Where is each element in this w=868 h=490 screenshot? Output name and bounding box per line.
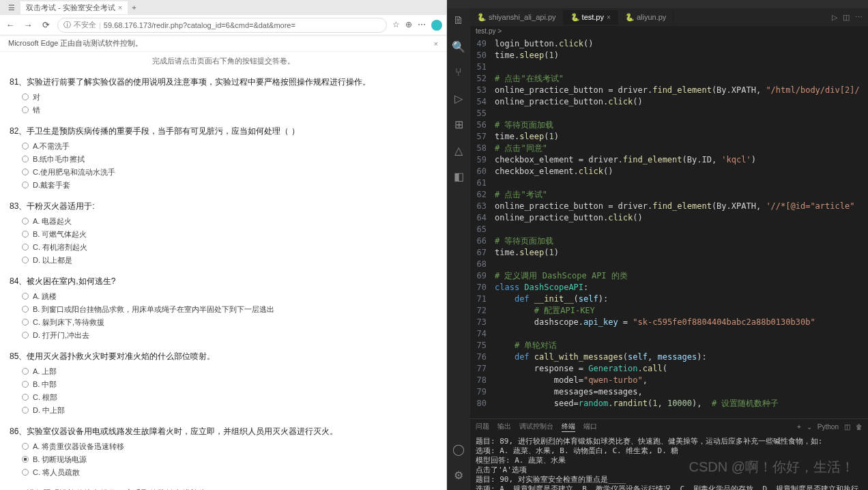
- option[interactable]: B. 中部: [22, 379, 437, 390]
- code-line[interactable]: 50time.sleep(1): [470, 50, 868, 61]
- new-tab-button[interactable]: +: [128, 2, 140, 13]
- terminal-tab[interactable]: 终端: [562, 422, 575, 432]
- star-icon[interactable]: ☆: [392, 20, 400, 31]
- editor-tab[interactable]: 🐍 test.py×: [564, 10, 618, 25]
- option[interactable]: D. 中上部: [22, 405, 437, 416]
- code-line[interactable]: 60checkbox_element.click(): [470, 166, 868, 177]
- radio-icon[interactable]: [22, 407, 29, 414]
- radio-icon[interactable]: [22, 456, 29, 463]
- close-icon[interactable]: ×: [118, 3, 122, 12]
- back-button[interactable]: ←: [4, 19, 16, 31]
- code-line[interactable]: 67time.sleep(1): [470, 247, 868, 259]
- code-line[interactable]: 69# 定义调用 DashScope API 的类: [470, 270, 868, 282]
- code-line[interactable]: 52# 点击"在线考试": [470, 73, 868, 85]
- trash-icon[interactable]: 🗑: [856, 423, 863, 431]
- account-icon[interactable]: ◯: [452, 442, 465, 456]
- radio-icon[interactable]: [22, 332, 29, 338]
- terminal-tab[interactable]: 端口: [583, 422, 597, 431]
- code-line[interactable]: 56# 等待页面加载: [470, 119, 868, 131]
- breadcrumb[interactable]: test.py >: [470, 26, 868, 38]
- radio-icon[interactable]: [22, 368, 29, 375]
- option[interactable]: A.不需洗手: [22, 141, 437, 152]
- radio-icon[interactable]: [22, 231, 29, 237]
- plus-icon[interactable]: +: [797, 423, 801, 431]
- radio-icon[interactable]: [22, 143, 29, 149]
- terminal-tab[interactable]: 调试控制台: [519, 422, 553, 431]
- files-icon[interactable]: 🗎: [452, 14, 465, 27]
- radio-icon[interactable]: [22, 156, 29, 162]
- option[interactable]: B. 可燃气体起火: [22, 229, 437, 240]
- option[interactable]: A. 将贵重仪器设备迅速转移: [22, 442, 437, 452]
- code-line[interactable]: 49login_button.click(): [470, 38, 868, 50]
- code-line[interactable]: 61: [470, 177, 868, 189]
- option[interactable]: C. 有机溶剂起火: [22, 242, 437, 253]
- close-icon[interactable]: ×: [607, 14, 611, 21]
- code-line[interactable]: 64online_practice_button.click(): [470, 212, 868, 224]
- radio-icon[interactable]: [22, 394, 29, 401]
- forward-button[interactable]: →: [22, 19, 34, 31]
- option[interactable]: D. 以上都是: [22, 255, 437, 265]
- code-line[interactable]: 77 response = Generation.call(: [470, 363, 868, 375]
- code-line[interactable]: 73 dashscope.api_key = "sk-c595fe0f88044…: [470, 317, 868, 328]
- option[interactable]: B. 到窗口或阳台挂物品求救，用床单或绳子在室内半固处下到下一层逃出: [22, 304, 437, 315]
- option[interactable]: C. 将人员疏散: [22, 467, 437, 478]
- code-line[interactable]: 75 # 单轮对话: [470, 340, 868, 351]
- code-line[interactable]: 53online_practice_button = driver.find_e…: [470, 85, 868, 96]
- option[interactable]: C. 躲到床下,等待救援: [22, 317, 437, 328]
- code-line[interactable]: 59checkbox_element = driver.find_element…: [470, 154, 868, 166]
- split-icon[interactable]: ◫: [843, 13, 850, 22]
- option[interactable]: 对: [22, 92, 437, 102]
- code-line[interactable]: 70class DashScopeAPI:: [470, 282, 868, 293]
- radio-icon[interactable]: [22, 106, 29, 113]
- code-line[interactable]: 66# 等待页面加载: [470, 235, 868, 247]
- debug-icon[interactable]: ▷: [452, 91, 465, 105]
- url-input[interactable]: ⓘ 不安全 | 59.68.176.173/redir.php?catalog_…: [57, 18, 387, 33]
- radio-icon[interactable]: [22, 244, 29, 250]
- tab-button[interactable]: ☰: [3, 2, 20, 14]
- code-line[interactable]: 62# 点击"考试": [470, 189, 868, 201]
- editor-tab[interactable]: 🐍 shiyanshi_ali_api.py: [470, 10, 564, 25]
- code-line[interactable]: 71 def __init__(self):: [470, 293, 868, 305]
- option[interactable]: D.戴套手套: [22, 180, 437, 190]
- radio-icon[interactable]: [22, 469, 29, 476]
- avatar-icon[interactable]: [431, 20, 442, 31]
- code-line[interactable]: 51: [470, 61, 868, 73]
- radio-icon[interactable]: [22, 182, 29, 188]
- test-icon[interactable]: △: [452, 143, 465, 157]
- option[interactable]: A. 上部: [22, 366, 437, 377]
- radio-icon[interactable]: [22, 218, 29, 225]
- gear-icon[interactable]: ⚙: [452, 468, 465, 482]
- exam-content[interactable]: 81、实验进行前要了解实验仪器的使用说明及注意事项，实验过程中要严格按照操作规程…: [0, 70, 446, 490]
- code-line[interactable]: 57time.sleep(1): [470, 131, 868, 143]
- code-editor[interactable]: 49login_button.click()50time.sleep(1)515…: [470, 38, 868, 418]
- option[interactable]: C. 根部: [22, 392, 437, 403]
- code-line[interactable]: 72 # 配置API-KEY: [470, 305, 868, 317]
- code-line[interactable]: 80 seed=random.randint(1, 10000), # 设置随机…: [470, 398, 868, 409]
- radio-icon[interactable]: [22, 257, 29, 263]
- radio-icon[interactable]: [22, 381, 29, 388]
- terminal-output[interactable]: 题目: 89, 进行较剧烈的体育锻炼如球类比赛、快速跑、健美操等，运动后应多补充…: [470, 434, 868, 490]
- extensions-icon[interactable]: ⋯: [418, 20, 426, 31]
- code-line[interactable]: 54online_practice_button.click(): [470, 96, 868, 108]
- extensions-icon[interactable]: ⊞: [452, 117, 465, 131]
- translate-icon[interactable]: ⊕: [405, 20, 412, 31]
- code-line[interactable]: 79 messages=messages,: [470, 386, 868, 398]
- terminal-tab[interactable]: 问题: [476, 422, 489, 431]
- code-line[interactable]: 78 model="qwen-turbo",: [470, 375, 868, 386]
- radio-icon[interactable]: [22, 306, 29, 313]
- editor-tab[interactable]: 🐍 aliyun.py: [618, 10, 674, 25]
- radio-icon[interactable]: [22, 293, 29, 300]
- code-line[interactable]: 68: [470, 259, 868, 270]
- close-icon[interactable]: ×: [434, 40, 438, 48]
- run-icon[interactable]: ▷: [832, 13, 837, 22]
- more-icon[interactable]: ⋯: [855, 13, 863, 22]
- option[interactable]: A. 跳楼: [22, 291, 437, 302]
- source-control-icon[interactable]: ⑂: [452, 66, 465, 79]
- code-line[interactable]: 58# 点击"同意": [470, 143, 868, 154]
- radio-icon[interactable]: [22, 319, 29, 326]
- option[interactable]: A. 电器起火: [22, 216, 437, 227]
- option[interactable]: B. 切断现场电源: [22, 455, 437, 465]
- code-line[interactable]: 65: [470, 224, 868, 235]
- code-line[interactable]: 76 def call_with_messages(self, messages…: [470, 351, 868, 363]
- radio-icon[interactable]: [22, 169, 29, 175]
